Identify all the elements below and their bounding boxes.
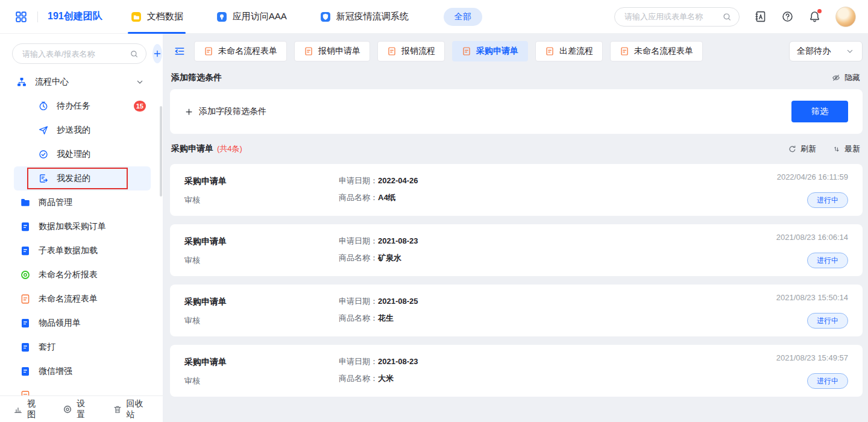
product-label: 商品名称：	[339, 193, 378, 202]
record-title: 采购申请单	[184, 297, 848, 307]
app-tab-label: 文档数据	[147, 11, 183, 22]
date-label: 申请日期：	[339, 176, 378, 185]
search-icon[interactable]	[130, 49, 139, 58]
recycle-bin-button[interactable]: 回收站	[113, 398, 150, 420]
sidebar-item-label: 数据加载采购订单	[39, 221, 106, 232]
status-filter-value: 全部待办	[797, 46, 831, 57]
chevron-down-icon[interactable]	[135, 77, 145, 87]
tab-label: 未命名流程表单	[634, 46, 693, 57]
paper-plane-icon	[38, 125, 49, 136]
add-filter-condition[interactable]: 添加字段筛选条件	[184, 106, 266, 117]
document-icon	[545, 46, 555, 56]
sidebar-item-label: 待办任务	[57, 101, 90, 112]
sidebar-item-item-requisition[interactable]: 物品领用单	[14, 311, 151, 335]
folder-icon	[20, 197, 31, 208]
tab-reimburse-flow[interactable]: 报销流程	[377, 41, 445, 61]
app-tab-doc-data[interactable]: 文档数据	[130, 0, 183, 34]
tab-label: 采购申请单	[476, 46, 518, 57]
sidebar-item-label: 物品领用单	[39, 318, 81, 329]
sidebar-item-label: 套打	[39, 342, 55, 353]
sidebar-item-unnamed-flow-form[interactable]: 未命名流程表单	[14, 287, 151, 311]
refresh-button[interactable]: 刷新	[788, 143, 816, 154]
sidebar-scrollbar[interactable]	[160, 106, 162, 197]
date-value: 2021-08-23	[378, 357, 418, 366]
sort-button[interactable]: 最新	[832, 143, 860, 154]
add-form-button[interactable]	[153, 44, 162, 63]
global-search-input[interactable]	[623, 11, 722, 22]
clock-icon	[38, 101, 49, 112]
list-title: 采购申请单	[171, 143, 213, 154]
footer-label: 视图	[27, 398, 42, 420]
sidebar-item-label: 未命名分析报表	[39, 269, 98, 280]
app-tab-covid-system[interactable]: 新冠疫情流调系统	[319, 0, 409, 34]
settings-button[interactable]: 设置	[63, 398, 92, 420]
tab-reimburse-application[interactable]: 报销申请单	[294, 41, 370, 61]
collapse-tabs-icon[interactable]	[174, 45, 186, 57]
views-button[interactable]: 视图	[13, 398, 42, 420]
filter-button[interactable]: 筛选	[791, 101, 848, 122]
record-title: 采购申请单	[184, 236, 848, 247]
team-name[interactable]: 191创建团队	[48, 10, 102, 23]
hide-filter-toggle[interactable]: 隐藏	[831, 72, 860, 83]
sidebar-item-todo-tasks[interactable]: 待办任务 15	[14, 94, 151, 118]
plus-icon	[184, 107, 193, 116]
todo-count-badge: 15	[134, 101, 146, 112]
status-badge[interactable]: 进行中	[807, 192, 848, 208]
list-header: 采购申请单 (共4条) 刷新 最新	[171, 143, 860, 154]
plus-icon	[153, 49, 162, 58]
sidebar-item-wechat-enhance[interactable]: 微信增强	[14, 359, 151, 383]
filter-title: 添加筛选条件	[171, 72, 222, 83]
tab-business-trip-flow[interactable]: 出差流程	[535, 41, 603, 61]
record-card[interactable]: 采购申请单 审核 申请日期：2021-08-23 商品名称：矿泉水 2021/0…	[170, 224, 863, 276]
tab-label: 未命名流程表单	[218, 46, 277, 57]
status-badge[interactable]: 进行中	[807, 253, 848, 268]
record-timestamp: 2022/04/26 16:11:59	[777, 172, 848, 181]
form-search[interactable]	[12, 43, 146, 64]
apps-grid-icon[interactable]	[14, 10, 28, 24]
covid-app-icon	[319, 11, 332, 23]
all-apps-pill[interactable]: 全部	[444, 8, 482, 26]
form-search-input[interactable]	[21, 49, 130, 59]
record-timestamp: 2021/08/23 16:06:14	[776, 233, 848, 242]
status-filter-select[interactable]: 全部待办	[789, 41, 863, 61]
status-badge[interactable]: 进行中	[807, 373, 848, 389]
sidebar-item-print-template[interactable]: 套打	[14, 335, 151, 359]
sidebar-item-label: 我发起的	[57, 173, 90, 184]
sidebar-item-process-center[interactable]: 流程中心	[14, 70, 151, 94]
sort-icon	[832, 145, 841, 154]
status-badge[interactable]: 进行中	[807, 313, 848, 329]
doc-arrow-icon	[38, 173, 49, 184]
record-card[interactable]: 采购申请单 审核 申请日期：2021-08-23 商品名称：大米 2021/08…	[170, 345, 863, 397]
help-icon[interactable]	[781, 10, 794, 23]
document-icon	[462, 46, 471, 56]
sidebar-item-handled-by-me[interactable]: 我处理的	[14, 142, 151, 166]
sidebar-item-initiated-by-me[interactable]: 我发起的	[14, 166, 151, 191]
sidebar-item-subform-data-load[interactable]: 子表单数据加载	[14, 239, 151, 263]
contacts-icon[interactable]	[754, 10, 767, 23]
notification-bell-icon[interactable]	[808, 10, 821, 23]
report-rings-icon	[20, 269, 31, 280]
document-icon	[20, 342, 31, 353]
tab-unnamed-flow-form-2[interactable]: 未命名流程表单	[610, 41, 703, 61]
sidebar-item-unnamed-report[interactable]: 未命名分析报表	[14, 263, 151, 287]
global-search[interactable]	[614, 7, 740, 27]
date-label: 申请日期：	[339, 236, 378, 245]
tab-unnamed-flow-form-1[interactable]: 未命名流程表单	[194, 41, 287, 61]
record-card[interactable]: 采购申请单 审核 申请日期：2022-04-26 商品名称：A4纸 2022/0…	[170, 164, 863, 216]
product-value: 大米	[378, 374, 394, 383]
tab-purchase-application[interactable]: 采购申请单	[452, 41, 528, 61]
date-value: 2021-08-23	[378, 236, 418, 245]
sidebar-item-label: 未命名流程表单	[39, 294, 98, 304]
avatar[interactable]	[835, 7, 856, 27]
record-timestamp: 2021/08/23 15:49:57	[776, 353, 848, 362]
sidebar-item-product-management[interactable]: 商品管理	[14, 191, 151, 215]
sidebar-item-cc-to-me[interactable]: 抄送我的	[14, 118, 151, 142]
sidebar-item-data-load-purchase-order[interactable]: 数据加载采购订单	[14, 215, 151, 239]
sidebar-item-label: 我处理的	[57, 149, 90, 160]
document-icon	[20, 366, 31, 377]
app-tab-app-access[interactable]: 应用访问AAA	[216, 0, 287, 34]
document-icon	[20, 221, 31, 232]
record-card[interactable]: 采购申请单 审核 申请日期：2021-08-25 商品名称：花生 2021/08…	[170, 285, 863, 336]
hide-label: 隐藏	[844, 72, 860, 83]
search-icon[interactable]	[722, 12, 732, 22]
